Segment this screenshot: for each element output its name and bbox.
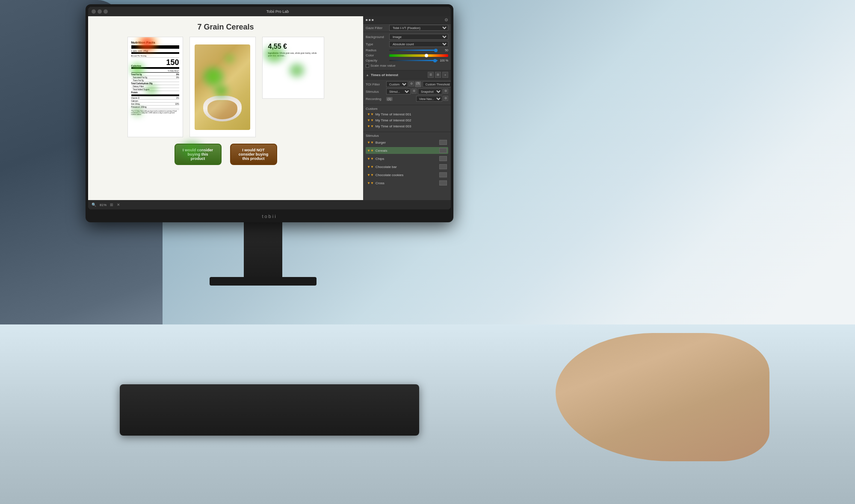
nl-calories-value: 150 (166, 58, 179, 67)
nutrition-label: Nutrition Facts 1 serv. cont. (45g) Amou… (131, 41, 179, 133)
toi-threshold-select[interactable]: Custom Threshold (423, 81, 451, 87)
stimulus-item-burger[interactable]: ▼▼ Burger (366, 139, 448, 146)
toi-header-left: ▲ Times of Interest (366, 73, 398, 77)
fit-screen-icon[interactable]: ⊞ (110, 203, 113, 207)
background-section: Background Image Type Absolute count (363, 32, 451, 71)
search-icon[interactable]: 🔍 (92, 203, 96, 207)
color-label: Color (366, 53, 389, 57)
toi-viewnav-select[interactable]: View Nav... (416, 96, 442, 102)
toi-header-icons: ☰ ⊞ + (428, 72, 448, 78)
toi-stimulus-gear[interactable]: ⚙ (411, 88, 417, 94)
toi-select-group: Custom ⚙ (3) (386, 81, 421, 87)
opacity-slider[interactable] (389, 60, 438, 61)
gaze-filter-select[interactable]: Tobii I-VT (Fixation) (389, 25, 448, 31)
stimulus-item-cross[interactable]: ▼▼ Cross (366, 180, 448, 186)
toi-stimulus-select[interactable]: Stimul... (386, 88, 411, 94)
background-label: Background (366, 35, 389, 39)
nl-serving: 1 serv. cont. (45g) (131, 50, 179, 54)
toi-custom-threshold-group: Custom Threshold ⚙ (423, 81, 451, 87)
toi-item-2-label: My Time of Interest 002 (376, 118, 447, 122)
consider-button[interactable]: I would consider buying this product (175, 144, 222, 165)
scale-max-checkbox[interactable] (366, 64, 369, 68)
app-titlebar: Tobii Pro Lab (88, 7, 451, 16)
cereal-image-card (189, 37, 256, 137)
toi-custom-select[interactable]: Custom (386, 81, 408, 87)
cereals-thumb (439, 148, 447, 153)
stimulus-items: Nutrition Facts 1 serv. cont. (45g) Amou… (127, 37, 324, 137)
toi-list-icon[interactable]: ☰ (428, 72, 434, 78)
toi-viewnav-group: View Nav... ⚙ (416, 96, 448, 102)
minimize-button[interactable] (98, 9, 102, 14)
close-button[interactable] (92, 9, 96, 14)
toi-stimulus-group: Stimul... ⚙ (386, 88, 417, 94)
monitor-stand (244, 221, 282, 281)
toi-snapshot-select[interactable]: Snapshot (418, 88, 442, 94)
opacity-slider-thumb[interactable] (433, 59, 437, 62)
radius-slider-thumb[interactable] (434, 49, 438, 52)
bowl (203, 96, 242, 121)
gear-icon[interactable]: ⚙ (444, 18, 448, 22)
toi-item-2-icon: ▼▼ (367, 118, 374, 122)
toi-recording-row: Recording (1) View Nav... ⚙ (366, 96, 448, 102)
toi-title: Times of Interest (371, 73, 398, 77)
panel-top-bar: ■ ■ ■ ⚙ (363, 16, 451, 24)
color-slider-thumb[interactable] (425, 54, 428, 57)
toi-recording-label: Recording (366, 97, 385, 101)
toi-viewnav-gear[interactable]: ⚙ (443, 96, 448, 101)
background-select[interactable]: Image (389, 34, 448, 40)
toi-add-icon[interactable]: + (442, 72, 448, 78)
radius-value: 50 (439, 49, 448, 52)
nl-calories: Calories 150 (131, 58, 179, 69)
toi-item-1-label: My Time of Interest 001 (376, 112, 447, 116)
toi-item-3: ▼▼ My Time of Interest 003 (366, 124, 448, 129)
chocbar-thumb (439, 164, 447, 169)
maximize-button[interactable] (104, 9, 108, 14)
type-select[interactable]: Absolute count (389, 41, 448, 47)
close-view-icon[interactable]: ✕ (117, 203, 120, 207)
stimulus-item-choc-cookies[interactable]: ▼▼ Chocolate cookies (366, 171, 448, 178)
cereal-in-bowl (207, 100, 237, 119)
stimulus-item-chocolate-bar[interactable]: ▼▼ Chocolate bar (366, 163, 448, 170)
type-row: Type Absolute count (366, 41, 448, 47)
opacity-slider-container: 100 % (389, 59, 448, 62)
app-title: Tobii Pro Lab (108, 9, 447, 14)
cross-label: Cross (376, 181, 438, 185)
nutrition-label-card: Nutrition Facts 1 serv. cont. (45g) Amou… (127, 37, 183, 137)
not-consider-button[interactable]: I would NOT consider buying this product (230, 144, 277, 165)
stimulus-title: 7 Grain Cereals (197, 23, 254, 32)
toi-section-header[interactable]: ▲ Times of Interest ☰ ⊞ + (363, 71, 451, 80)
monitor-screen: Tobii Pro Lab 7 Grain Cereals Nutrition … (88, 7, 451, 209)
color-gradient-bar[interactable] (389, 54, 448, 57)
color-control (389, 54, 448, 57)
cereals-label: Cereals (376, 149, 438, 153)
toi-item-3-label: My Time of Interest 003 (376, 124, 447, 128)
choccookies-thumb (439, 172, 447, 177)
not-consider-btn-wrapper: I would NOT consider buying this product (230, 144, 277, 165)
toi-grid-icon[interactable]: ⊞ (435, 72, 441, 78)
nl-calories-label: Calories (131, 65, 142, 67)
nl-potassium: Potassium 160mg (131, 106, 179, 109)
chips-label: Chips (376, 157, 438, 161)
gaze-filter-label: Gaze Filter (366, 26, 389, 30)
price-content: 4,55 € Ingredients: Whole grain oats, wh… (266, 41, 320, 60)
radius-slider[interactable] (389, 50, 438, 51)
scale-max-row: Scale max value (366, 64, 448, 68)
burger-label: Burger (376, 141, 438, 144)
toi-snapshot-gear[interactable]: ⚙ (443, 88, 448, 94)
stimulus-item-cereals[interactable]: ▼▼ Cereals (366, 147, 448, 154)
zoom-level: 81% (100, 203, 107, 207)
burger-thumb (439, 140, 447, 145)
toi-custom-gear[interactable]: ⚙ (409, 81, 414, 86)
price-tag: 4,55 € (268, 43, 318, 50)
titlebar-controls (92, 9, 108, 14)
nl-fiber: Dietary Fiber (131, 85, 179, 88)
stimulus-list-section: Stimulus ▼▼ Burger ▼▼ Cereals ▼▼ (363, 132, 451, 189)
stimulus-item-chips[interactable]: ▼▼ Chips (366, 155, 448, 162)
type-label: Type (366, 42, 389, 46)
toi-stimulus-row: Stimulus Stimul... ⚙ Snapshot (366, 88, 448, 94)
nl-satfat: Saturated Fat 0g0% (131, 76, 179, 79)
toi-item-2: ▼▼ My Time of Interest 002 (366, 118, 448, 123)
toi-recording-group: (1) (386, 97, 415, 101)
nl-sugar: Total Added Sugars (131, 88, 179, 91)
cross-icon: ▼▼ (367, 181, 374, 185)
